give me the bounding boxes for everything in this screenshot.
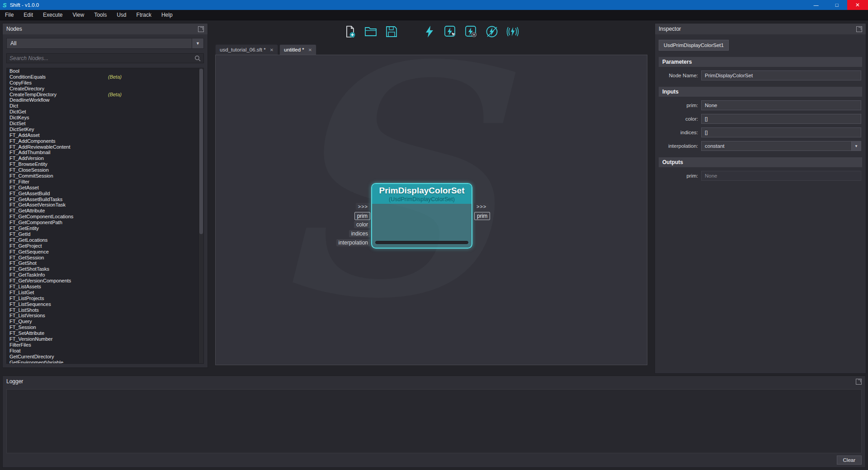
node-list-item-dictget[interactable]: DictGet — [7, 109, 198, 115]
node-list-item-filterfiles[interactable]: FilterFiles — [7, 342, 198, 348]
node-list-item-createtempdirectory[interactable]: CreateTempDirectory(Beta) — [7, 92, 198, 98]
node-list-item-ft-setattribute[interactable]: FT_SetAttribute — [7, 330, 198, 336]
graph-node-primdisplaycolorset[interactable]: >>>primcolorindicesinterpolation PrimDis… — [371, 183, 472, 249]
node-list-item-ft-getid[interactable]: FT_GetId — [7, 231, 198, 237]
node-list-item-ft-getcomponentpath[interactable]: FT_GetComponentPath — [7, 220, 198, 226]
port-color-in[interactable]: color — [354, 221, 370, 228]
node-list-item-createdirectory[interactable]: CreateDirectory — [7, 86, 198, 92]
port-interpolation-in[interactable]: interpolation — [336, 239, 370, 246]
node-list-item-ft-getcomponentlocations[interactable]: FT_GetComponentLocations — [7, 214, 198, 220]
menu-execute[interactable]: Execute — [38, 10, 67, 19]
menu-edit[interactable]: Edit — [19, 10, 38, 19]
live-execution-icon[interactable] — [505, 24, 520, 39]
node-list-item-ft-getversioncomponents[interactable]: FT_GetVersionComponents — [7, 278, 198, 284]
node-list-item-ft-listprojects[interactable]: FT_ListProjects — [7, 296, 198, 301]
maximize-button[interactable]: □ — [826, 0, 847, 10]
node-list-item-ft-getassetbuild[interactable]: FT_GetAssetBuild — [7, 191, 198, 197]
node-list-item-ft-getasset[interactable]: FT_GetAsset — [7, 185, 198, 191]
node-list-item-ft-session[interactable]: FT_Session — [7, 324, 198, 330]
interpolation-input-field[interactable]: constant▼ — [701, 141, 861, 151]
node-list-item-bool[interactable]: Bool — [7, 68, 198, 74]
menu-ftrack[interactable]: Ftrack — [132, 10, 156, 19]
node-list-item-dictsetkey[interactable]: DictSetKey — [7, 127, 198, 132]
menu-tools[interactable]: Tools — [89, 10, 112, 19]
node-header[interactable]: PrimDisplayColorSet (UsdPrimDisplayColor… — [372, 184, 472, 204]
node-body[interactable]: PrimDisplayColorSet (UsdPrimDisplayColor… — [371, 183, 472, 249]
node-list-item-ft-addthumbnail[interactable]: FT_AddThumbnail — [7, 150, 198, 155]
float-panel-icon[interactable] — [856, 379, 862, 385]
menu-usd[interactable]: Usd — [112, 10, 131, 19]
node-list-item-ft-getsequence[interactable]: FT_GetSequence — [7, 249, 198, 255]
execute-selected-icon[interactable] — [443, 24, 458, 39]
logger-output[interactable] — [6, 389, 862, 453]
search-input[interactable] — [9, 55, 194, 61]
port-prim-out[interactable]: prim — [474, 212, 490, 220]
node-list-item-ft-closesession[interactable]: FT_CloseSession — [7, 167, 198, 173]
close-button[interactable]: ✕ — [847, 0, 868, 10]
tab-close-icon[interactable]: ✕ — [308, 47, 312, 52]
node-list-item-dictkeys[interactable]: DictKeys — [7, 115, 198, 121]
node-list-item-getcurrentdirectory[interactable]: GetCurrentDirectory — [7, 354, 198, 360]
node-list-item-copyfiles[interactable]: CopyFiles — [7, 80, 198, 86]
node-list-item-ft-getshot[interactable]: FT_GetShot — [7, 260, 198, 266]
indices-input-field[interactable]: [] — [701, 127, 861, 137]
node-list-item-ft-filter[interactable]: FT_Filter — [7, 179, 198, 185]
node-list-item-dict[interactable]: Dict — [7, 103, 198, 109]
node-list-item-ft-getlocations[interactable]: FT_GetLocations — [7, 237, 198, 243]
port-flow-in[interactable]: >>> — [356, 203, 370, 210]
color-input-field[interactable]: [] — [701, 114, 861, 124]
node-list-item-ft-getentity[interactable]: FT_GetEntity — [7, 226, 198, 231]
scrollbar-thumb[interactable] — [199, 69, 203, 234]
node-list-item-ft-getassetbuildtasks[interactable]: FT_GetAssetBuildTasks — [7, 197, 198, 202]
prim-input-field[interactable]: None — [701, 100, 861, 110]
node-list-item-ft-getassetversiontask[interactable]: FT_GetAssetVersionTask — [7, 202, 198, 208]
node-list-scrollbar[interactable] — [198, 68, 203, 363]
clear-logger-button[interactable]: Clear — [837, 456, 862, 465]
port-prim-in[interactable]: prim — [354, 212, 370, 220]
menu-help[interactable]: Help — [156, 10, 178, 19]
node-list-item-ft-listshots[interactable]: FT_ListShots — [7, 307, 198, 313]
minimize-button[interactable]: — — [806, 0, 826, 10]
menu-view[interactable]: View — [67, 10, 89, 19]
tab-close-icon[interactable]: ✕ — [270, 47, 274, 52]
node-list-item-deadlineworkflow[interactable]: DeadlineWorkflow — [7, 97, 198, 103]
node-list-item-ft-getproject[interactable]: FT_GetProject — [7, 243, 198, 249]
node-list-item-ft-listget[interactable]: FT_ListGet — [7, 290, 198, 296]
node-list-item-ft-query[interactable]: FT_Query — [7, 319, 198, 324]
port-flow-out[interactable]: >>> — [474, 203, 489, 210]
execute-loop-icon[interactable] — [484, 24, 500, 39]
node-list-item-ft-addasset[interactable]: FT_AddAsset — [7, 132, 198, 138]
node-list-item-ft-versionnumber[interactable]: FT_VersionNumber — [7, 336, 198, 342]
node-list-item-ft-addversion[interactable]: FT_AddVersion — [7, 155, 198, 161]
menu-file[interactable]: File — [0, 10, 19, 19]
inspector-node-tab[interactable]: UsdPrimDisplayColorSet1 — [659, 40, 729, 51]
node-category-dropdown[interactable]: All ▼ — [6, 38, 204, 49]
node-list-item-ft-listversions[interactable]: FT_ListVersions — [7, 313, 198, 319]
chevron-down-icon[interactable]: ▼ — [192, 38, 203, 48]
node-list-item-ft-getshottasks[interactable]: FT_GetShotTasks — [7, 266, 198, 272]
node-list-item-dictset[interactable]: DictSet — [7, 121, 198, 127]
float-panel-icon[interactable] — [856, 26, 862, 32]
execute-graph-icon[interactable] — [422, 24, 437, 39]
node-list-item-ft-addreviewablecontent[interactable]: FT_AddReviewableContent — [7, 144, 198, 150]
node-list-item-ft-listsequences[interactable]: FT_ListSequences — [7, 301, 198, 307]
port-indices-in[interactable]: indices — [349, 230, 370, 237]
node-list-item-ft-addcomponents[interactable]: FT_AddComponents — [7, 138, 198, 144]
tab-untitled[interactable]: untitled *✕ — [279, 44, 316, 55]
node-graph-canvas[interactable]: S >>>primcolorindicesinterpolation PrimD… — [215, 55, 647, 365]
node-list-item-ft-gettaskinfo[interactable]: FT_GetTaskInfo — [7, 272, 198, 278]
new-graph-icon[interactable] — [342, 24, 358, 39]
cancel-execution-icon[interactable] — [463, 24, 479, 39]
save-graph-icon[interactable] — [384, 24, 399, 39]
node-list-item-float[interactable]: Float — [7, 348, 198, 354]
node-list-item-ft-getattribute[interactable]: FT_GetAttribute — [7, 208, 198, 214]
chevron-down-icon[interactable]: ▼ — [851, 141, 861, 150]
node-list-item-getenvironmentvariable[interactable]: GetEnvironmentVariable — [7, 360, 198, 364]
node-list-item-ft-commitsession[interactable]: FT_CommitSession — [7, 173, 198, 179]
node-list-item-ft-listassets[interactable]: FT_ListAssets — [7, 284, 198, 290]
node-list-item-ft-browseentity[interactable]: FT_BrowseEntity — [7, 161, 198, 167]
tab-usd-tutorial-06-sft[interactable]: usd_tutorial_06.sft *✕ — [215, 44, 278, 55]
node-list-item-conditionequals[interactable]: ConditionEquals(Beta) — [7, 74, 198, 80]
open-graph-icon[interactable] — [363, 24, 378, 39]
node-name-field[interactable]: PrimDisplayColorSet — [701, 70, 861, 80]
